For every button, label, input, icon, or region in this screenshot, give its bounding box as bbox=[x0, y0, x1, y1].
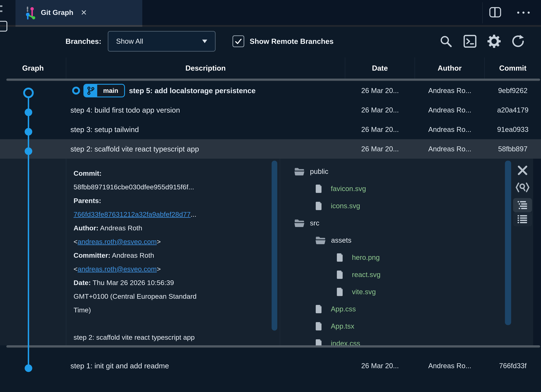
gear-icon[interactable] bbox=[487, 35, 501, 48]
file-name: hero.png bbox=[352, 253, 380, 261]
file-icon bbox=[315, 305, 322, 313]
code-review-icon[interactable] bbox=[515, 182, 530, 193]
graph-cell bbox=[0, 120, 66, 139]
checkmark-icon bbox=[234, 37, 242, 45]
file-tree-item[interactable]: icons.svg bbox=[294, 197, 504, 214]
commit-message: step 4: build first todo app version bbox=[70, 106, 180, 114]
file-icon bbox=[336, 270, 343, 279]
commit-row[interactable]: step 3: setup tailwind 26 Mar 20... Andr… bbox=[0, 120, 541, 139]
graph-cell bbox=[0, 81, 66, 100]
refresh-icon[interactable] bbox=[511, 35, 525, 48]
horizontal-scrollbar[interactable] bbox=[6, 345, 540, 348]
hash-link[interactable]: andreas.roth@esveo.com bbox=[78, 265, 157, 273]
commit-row[interactable]: step 4: build first todo app version 26 … bbox=[0, 100, 541, 120]
tab-actions-divider bbox=[482, 2, 483, 23]
terminal-icon[interactable] bbox=[463, 35, 477, 48]
commit-description-cell: step 3: setup tailwind bbox=[66, 120, 345, 139]
detail-line: <andreas.roth@esveo.com> bbox=[73, 235, 272, 249]
tab-git-graph[interactable]: Git Graph ✕ bbox=[16, 0, 142, 25]
show-remote-branches-label: Show Remote Branches bbox=[250, 37, 333, 46]
commit-message: step 3: setup tailwind bbox=[70, 125, 139, 134]
commit-hash: 58fbb897 bbox=[485, 139, 541, 159]
commit-author: Andreas Ro... bbox=[415, 120, 485, 139]
git-graph-toolbar: Branches: Show All Show Remote Branches bbox=[0, 25, 541, 57]
commit-row[interactable]: step 1: init git and add readme 26 Mar 2… bbox=[0, 356, 541, 376]
file-tree-item[interactable]: App.tsx bbox=[294, 318, 504, 335]
header-description[interactable]: Description bbox=[66, 57, 345, 79]
file-name: vite.svg bbox=[352, 288, 376, 296]
detail-actions-column bbox=[512, 159, 533, 345]
commit-row[interactable]: step 2: scaffold vite react typescript a… bbox=[0, 139, 541, 159]
detail-line: Author: Andreas Roth bbox=[73, 221, 272, 235]
split-editor-icon[interactable] bbox=[489, 6, 502, 19]
header-author[interactable]: Author bbox=[415, 57, 485, 79]
file-list-view-button[interactable] bbox=[513, 212, 532, 226]
commit-description-cell: step 1: init git and add readme bbox=[66, 356, 345, 376]
more-actions-icon[interactable] bbox=[517, 11, 530, 14]
hash-link[interactable]: 766fd33fe87631212a32fa9abfef28d77 bbox=[73, 210, 191, 218]
file-tree-item[interactable]: src bbox=[294, 214, 504, 232]
tab-title: Git Graph bbox=[41, 8, 73, 17]
detail-line: step 2: scaffold vite react typescript a… bbox=[73, 331, 272, 344]
file-tree-item[interactable]: App.css bbox=[294, 300, 504, 318]
detail-line: 766fd33fe87631212a32fa9abfef28d77... bbox=[73, 208, 272, 221]
file-tree-view-button[interactable] bbox=[513, 198, 532, 212]
git-graph-logo-icon bbox=[23, 5, 36, 20]
commit-author: Andreas Ro... bbox=[415, 81, 485, 100]
branches-label: Branches: bbox=[66, 37, 101, 46]
commit-detail-panel: Commit:58fbb8971916cbe030dfee955d915f6f.… bbox=[0, 159, 541, 345]
file-icon bbox=[315, 202, 322, 210]
file-tree-item[interactable]: public bbox=[294, 163, 504, 180]
changed-files-tree: public favicon.svg icons.svg src assets … bbox=[280, 159, 504, 345]
close-icon[interactable] bbox=[517, 165, 528, 176]
commit-author: Andreas Ro... bbox=[415, 100, 485, 120]
file-icon bbox=[315, 184, 322, 193]
file-name: App.css bbox=[331, 305, 356, 313]
show-remote-branches-checkbox[interactable] bbox=[233, 35, 244, 47]
branch-badge[interactable]: main bbox=[83, 84, 125, 97]
commit-hash: a20a4179 bbox=[485, 100, 541, 120]
tab-bar-empty-area bbox=[142, 0, 541, 25]
file-tree-item[interactable]: assets bbox=[294, 232, 504, 249]
branch-name: main bbox=[97, 85, 124, 97]
detail-text-scrollbar[interactable] bbox=[272, 161, 277, 343]
folder-icon bbox=[294, 167, 305, 176]
detail-right-margin bbox=[533, 159, 541, 345]
detail-line: Parents: bbox=[73, 194, 272, 208]
header-commit[interactable]: Commit bbox=[485, 57, 541, 79]
tab-close-icon[interactable]: ✕ bbox=[81, 8, 87, 17]
file-icon bbox=[315, 322, 322, 331]
branch-filter-dropdown[interactable]: Show All bbox=[108, 31, 216, 52]
hash-link[interactable]: andreas.roth@esveo.com bbox=[78, 238, 157, 246]
file-tree-item[interactable]: hero.png bbox=[294, 249, 504, 266]
detail-line: Committer: Andreas Roth bbox=[73, 249, 272, 262]
header-graph[interactable]: Graph bbox=[0, 57, 66, 79]
file-tree-item[interactable]: index.css bbox=[294, 335, 504, 345]
commit-message: step 5: add localstorage persistence bbox=[129, 86, 255, 95]
git-branch-icon bbox=[84, 85, 97, 97]
clipped-activity-icon bbox=[0, 5, 2, 7]
file-name: src bbox=[310, 219, 319, 227]
file-name: assets bbox=[331, 236, 352, 244]
commit-row[interactable]: main step 5: add localstorage persistenc… bbox=[0, 81, 541, 100]
git-graph-panel: Git Graph ✕ Branches: Show All bbox=[0, 0, 541, 392]
header-date[interactable]: Date bbox=[345, 57, 415, 79]
horizontal-scrollbar[interactable] bbox=[6, 79, 540, 81]
file-name: index.css bbox=[331, 339, 360, 345]
commit-author: Andreas Ro... bbox=[415, 356, 485, 376]
file-tree-item[interactable]: favicon.svg bbox=[294, 180, 504, 197]
file-icon bbox=[336, 253, 343, 262]
detail-line: <andreas.roth@esveo.com> bbox=[73, 262, 272, 276]
file-tree-item[interactable]: react.svg bbox=[294, 266, 504, 283]
detail-graph-gutter bbox=[0, 159, 66, 345]
commit-date: 26 Mar 20... bbox=[345, 139, 415, 159]
editor-tab-bar: Git Graph ✕ bbox=[0, 0, 541, 25]
file-name: public bbox=[310, 167, 328, 176]
commit-message: step 1: init git and add readme bbox=[70, 361, 169, 370]
commit-hash: 9ebf9262 bbox=[485, 81, 541, 100]
file-tree-item[interactable]: vite.svg bbox=[294, 283, 504, 300]
file-tree-scrollbar[interactable] bbox=[505, 161, 511, 343]
search-icon[interactable] bbox=[439, 35, 453, 48]
detail-line: GMT+0100 (Central European Standard bbox=[73, 290, 272, 303]
commit-description-cell: step 2: scaffold vite react typescript a… bbox=[66, 139, 345, 159]
